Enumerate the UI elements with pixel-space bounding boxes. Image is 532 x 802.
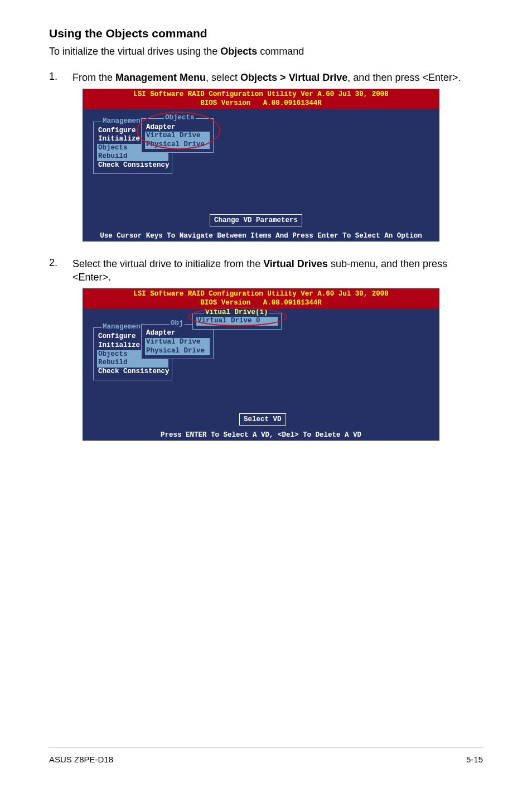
step-2-text: Select the virtual drive to initialize f… [72,257,483,284]
step-1: 1. From the Management Menu, select Obje… [49,71,483,84]
bios2-titlebar: LSI Software RAID Configuration Utility … [83,289,439,308]
page-footer-right: 5-15 [466,755,483,764]
page-footer: ASUS Z8PE-D18 5-15 [49,747,483,764]
bios1-status-box: Change VD Parameters [210,214,302,226]
step1-t1: From the [72,72,115,83]
bios2-obj-adapter[interactable]: Adapter [146,329,209,338]
bios-window-1: LSI Software RAID Configuration Utility … [83,89,439,241]
bios1-titlebar: LSI Software RAID Configuration Utility … [83,89,439,109]
bios2-mgmt-check-consistency[interactable]: Check Consistency [98,368,167,376]
step1-t3: , and then press <Enter>. [347,72,461,83]
intro-prefix: To initialize the virtual drives using t… [49,46,220,57]
bios1-annotation-ellipse [137,112,220,149]
section-heading: Using the Objects command [49,27,483,40]
step1-t2: , select [206,72,240,83]
step-1-number: 1. [49,71,72,84]
bios1-title-line1: LSI Software RAID Configuration Utility … [133,90,389,98]
bios2-management-label: Management [101,323,146,331]
intro-bold: Objects [220,46,257,57]
bios2-body: Management Configure Initialize Objects … [83,308,439,429]
step2-t1: Select the virtual drive to initialize f… [72,258,263,269]
bios1-footer: Use Cursor Keys To Navigate Between Item… [83,230,439,241]
bios2-obj-virtual-drive[interactable]: Virtual Drive [145,338,210,347]
bios2-obj-label: Obj [170,320,185,327]
step2-b1: Virtual Drives [263,258,328,269]
bios1-body: Management Configure Initialize Objects … [83,109,439,230]
bios2-title-line2: BIOS Version A.08.09161344R [200,299,322,307]
page-footer-left: ASUS Z8PE-D18 [49,755,113,764]
bios1-mgmt-rebuild[interactable]: Rebuild [97,152,168,161]
intro-text: To initialize the virtual drives using t… [49,46,483,57]
bios2-status-box: Select VD [239,413,286,426]
bios-window-2: LSI Software RAID Configuration Utility … [83,288,439,441]
bios2-footer: Press ENTER To Select A VD, <Del> To Del… [83,429,439,440]
step1-b1: Management Menu [115,72,206,83]
bios2-mgmt-rebuild[interactable]: Rebuild [97,359,168,368]
step1-b2: Objects > Virtual Drive [240,72,347,83]
bios1-mgmt-check-consistency[interactable]: Check Consistency [98,161,167,170]
step-2-number: 2. [49,257,72,284]
step-2: 2. Select the virtual drive to initializ… [49,257,483,284]
bios2-obj-physical-drive[interactable]: Physical Drive [145,347,210,356]
bios2-title-line1: LSI Software RAID Configuration Utility … [133,290,389,298]
bios1-title-line2: BIOS Version A.08.09161344R [200,99,322,107]
intro-suffix: command [257,46,304,57]
step-1-text: From the Management Menu, select Objects… [72,71,461,84]
